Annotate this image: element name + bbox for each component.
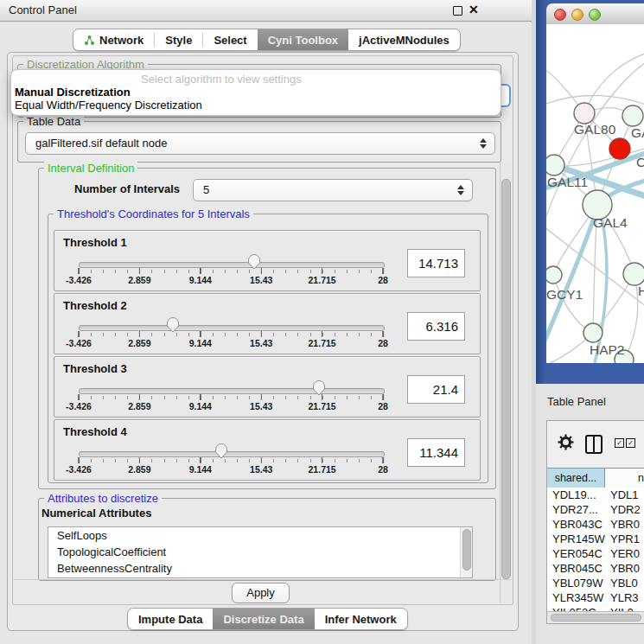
threshold-1-label: Threshold 1 (63, 236, 127, 249)
node-hap2[interactable] (583, 323, 603, 342)
table-row[interactable]: YPR145WYPR1 (547, 532, 644, 546)
algorithm-dropdown-popup: Select algorithm to view settings Manual… (10, 69, 501, 116)
node-gal11[interactable] (546, 155, 564, 175)
panel-scrollbar[interactable] (500, 163, 512, 603)
node-partial-top-right[interactable] (622, 105, 643, 126)
algorithm-popup-hint: Select algorithm to view settings (141, 73, 302, 86)
option-manual-discretization[interactable]: Manual Discretization (15, 86, 131, 99)
table-data-group: Table Data galFiltered.sif default node (17, 121, 501, 163)
stepper-icon (456, 185, 464, 195)
option-equal-width-frequency[interactable]: Equal Width/Frequency Discretization (15, 99, 202, 112)
threshold-3-label: Threshold 3 (63, 362, 127, 375)
table-row[interactable]: YBR043CYBR0 (547, 517, 644, 532)
zoom-traffic-light[interactable] (589, 9, 601, 21)
threshold-2-slider-thumb[interactable] (166, 316, 180, 333)
table-panel: Table Panel ✓ ✓ shared... na YDL19...YDL… (536, 384, 644, 644)
apply-button[interactable]: Apply (232, 583, 290, 603)
threshold-3-slider-thumb[interactable] (312, 379, 326, 396)
network-window-titlebar (546, 3, 644, 25)
bottom-tab-bar: Impute Data Discretize Data Infer Networ… (127, 608, 408, 630)
list-scrollbar[interactable] (460, 527, 472, 577)
gear-icon[interactable] (558, 434, 574, 450)
table-rows: YDL19...YDL1 YDR27...YDR2 YBR043CYBR0 YP… (547, 488, 644, 620)
checkbox-icon[interactable]: ✓ (626, 438, 635, 448)
close-icon[interactable]: ✕ (469, 3, 479, 16)
tab-discretize-data[interactable]: Discretize Data (213, 609, 314, 629)
threshold-1-slider-thumb[interactable] (247, 253, 261, 270)
tab-infer-network[interactable]: Infer Network (315, 609, 407, 629)
list-item[interactable]: SelfLoops (48, 527, 472, 544)
threshold-coordinates-title: Threshold's Coordinates for 5 Intervals (54, 207, 253, 220)
threshold-4-slider-thumb[interactable] (214, 443, 228, 459)
table-data-combo-value: galFiltered.sif default node (35, 133, 167, 154)
table-row[interactable]: YDL19...YDL1 (547, 488, 644, 502)
threshold-4-slider-track[interactable] (79, 451, 385, 457)
threshold-4-value-field[interactable]: 11.344 (407, 438, 465, 467)
table-row[interactable]: YBL079WYBL0 (547, 576, 644, 590)
threshold-3-value-field[interactable]: 21.4 (407, 375, 465, 404)
number-of-intervals-combo[interactable]: 5 (193, 179, 473, 201)
table-row[interactable]: YER054CYER0 (547, 546, 644, 561)
tab-network-label: Network (99, 34, 143, 47)
threshold-2-scale: -3.4262.8599.14415.4321.71528 (79, 331, 383, 352)
node-gcy1[interactable] (546, 266, 562, 284)
horizontal-scrollbar[interactable] (547, 611, 644, 623)
top-tab-bar: Network Style Select Cyni Toolbox jActiv… (73, 29, 461, 51)
table-row[interactable]: YDR27...YDR2 (547, 502, 644, 517)
float-window-icon[interactable] (453, 6, 462, 16)
threshold-1-slider-track[interactable] (79, 262, 385, 268)
split-columns-icon[interactable] (585, 435, 603, 454)
attributes-group-title: Attributes to discretize (44, 492, 162, 505)
tab-select[interactable]: Select (203, 29, 257, 50)
threshold-4-label: Threshold 4 (63, 425, 127, 438)
threshold-1-value-field[interactable]: 14.713 (407, 249, 465, 277)
network-icon (84, 35, 95, 46)
threshold-2-value-field[interactable]: 6.316 (407, 312, 465, 341)
threshold-2-slider-track[interactable] (79, 325, 385, 331)
list-item[interactable]: TopologicalCoefficient (48, 544, 472, 560)
table-data-combo[interactable]: galFiltered.sif default node (25, 132, 495, 155)
label-partial-low-right: H (638, 284, 644, 298)
table-row[interactable]: YBR045CYBR0 (547, 561, 644, 576)
node-red-selected[interactable] (609, 138, 630, 159)
stepper-icon (479, 138, 487, 149)
threshold-3-box: Threshold 3 -3.4262.8599.14415.4321.7152… (54, 356, 481, 418)
threshold-3-slider-track[interactable] (79, 388, 385, 394)
node-gal80[interactable] (574, 103, 595, 124)
tab-cyni-toolbox[interactable]: Cyni Toolbox (258, 29, 348, 50)
column-header-name[interactable]: na (605, 469, 644, 488)
list-item[interactable]: BetweennessCentrality (48, 560, 472, 577)
nodes (546, 103, 644, 363)
threshold-2-box: Threshold 2 -3.4262.8599.14415.4321.7152… (54, 293, 481, 354)
label-hap2: HAP2 (590, 342, 625, 357)
table-toolbar: ✓ ✓ (547, 421, 644, 468)
tab-network[interactable]: Network (73, 29, 154, 50)
tab-impute-data[interactable]: Impute Data (128, 609, 213, 629)
network-canvas[interactable]: GAL80 GA C GAL11 GAL4 GCY1 H HAP2 (546, 24, 644, 363)
tab-style[interactable]: Style (155, 29, 202, 50)
network-graph: GAL80 GA C GAL11 GAL4 GCY1 H HAP2 (546, 24, 644, 363)
threshold-4-box: Threshold 4 -3.4262.8599.14415.4321.7152… (54, 419, 481, 481)
label-partial-top-right: GA (631, 125, 644, 140)
control-panel-window: Control Panel ✕ Network Style Select Cyn… (0, 0, 532, 644)
minimize-traffic-light[interactable] (571, 9, 583, 21)
table-header-row: shared... na (547, 468, 644, 488)
threshold-1-scale: -3.4262.8599.14415.4321.71528 (79, 268, 383, 289)
checkbox-icon[interactable]: ✓ (615, 438, 624, 448)
label-gal4: GAL4 (593, 215, 628, 230)
node-partial-low-right[interactable] (623, 263, 644, 285)
numerical-attributes-list[interactable]: SelfLoops TopologicalCoefficient Between… (48, 526, 473, 578)
table-panel-box: ✓ ✓ shared... na YDL19...YDL1 YDR27...YD… (546, 420, 644, 624)
table-panel-title: Table Panel (547, 395, 606, 408)
table-row[interactable]: YLR345WYLR3 (547, 590, 644, 605)
column-header-shared[interactable]: shared... (547, 469, 605, 488)
interval-definition-title: Interval Definition (44, 162, 137, 175)
tab-jactivemnodules[interactable]: jActiveMNodules (348, 29, 460, 50)
label-gcy1: GCY1 (546, 287, 583, 302)
close-traffic-light[interactable] (554, 9, 566, 21)
threshold-4-scale: -3.4262.8599.14415.4321.71528 (79, 457, 383, 478)
control-panel-titlebar: Control Panel ✕ (0, 0, 532, 22)
window-title: Control Panel (9, 0, 77, 21)
number-of-intervals-value: 5 (203, 180, 209, 201)
label-gal11: GAL11 (547, 175, 588, 189)
